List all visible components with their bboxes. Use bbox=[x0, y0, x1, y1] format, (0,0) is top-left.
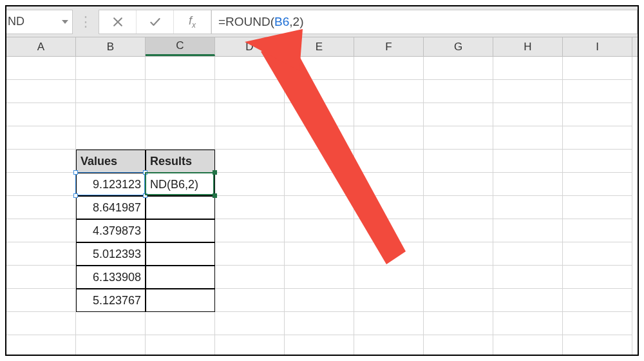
cell-A6[interactable] bbox=[6, 173, 76, 196]
cell-C4[interactable] bbox=[146, 126, 215, 150]
cell-F2[interactable] bbox=[354, 80, 424, 103]
cell-C10[interactable] bbox=[146, 266, 215, 289]
cell-D9[interactable] bbox=[215, 242, 285, 266]
cell-B6[interactable]: 9.123123 bbox=[76, 173, 146, 196]
cell-D10[interactable] bbox=[215, 266, 285, 289]
cell-F10[interactable] bbox=[354, 266, 424, 289]
cell-F12[interactable] bbox=[354, 312, 424, 335]
cell-C11[interactable] bbox=[146, 289, 215, 312]
cell-G3[interactable] bbox=[424, 103, 493, 126]
cell-G11[interactable] bbox=[424, 289, 493, 312]
cell-G2[interactable] bbox=[424, 80, 493, 103]
cell-A8[interactable] bbox=[6, 219, 76, 242]
cell-B1[interactable] bbox=[76, 57, 146, 80]
cell-H5[interactable] bbox=[493, 150, 563, 173]
enter-button[interactable] bbox=[137, 10, 174, 34]
cell-B7[interactable]: 8.641987 bbox=[76, 196, 146, 219]
cell-H2[interactable] bbox=[493, 80, 563, 103]
name-box[interactable]: ND bbox=[5, 10, 73, 34]
cell-G10[interactable] bbox=[424, 266, 493, 289]
col-header-E[interactable]: E bbox=[285, 37, 354, 56]
cell-G13[interactable] bbox=[424, 335, 493, 356]
cell-H10[interactable] bbox=[493, 266, 563, 289]
cell-H3[interactable] bbox=[493, 103, 563, 126]
cell-A10[interactable] bbox=[6, 266, 76, 289]
cell-H6[interactable] bbox=[493, 173, 563, 196]
cell-F4[interactable] bbox=[354, 126, 424, 150]
cell-F7[interactable] bbox=[354, 196, 424, 219]
cell-E9[interactable] bbox=[285, 242, 354, 266]
cell-G9[interactable] bbox=[424, 242, 493, 266]
cell-H12[interactable] bbox=[493, 312, 563, 335]
cell-I8[interactable] bbox=[563, 219, 632, 242]
cell-H9[interactable] bbox=[493, 242, 563, 266]
cell-H11[interactable] bbox=[493, 289, 563, 312]
cell-E13[interactable] bbox=[285, 335, 354, 356]
cell-H4[interactable] bbox=[493, 126, 563, 150]
cell-D13[interactable] bbox=[215, 335, 285, 356]
insert-function-button[interactable]: fx bbox=[174, 10, 211, 34]
cell-D3[interactable] bbox=[215, 103, 285, 126]
cell-A9[interactable] bbox=[6, 242, 76, 266]
col-header-D[interactable]: D bbox=[215, 37, 285, 56]
formula-input[interactable]: =ROUND(B6,2) bbox=[212, 10, 638, 34]
cell-C12[interactable] bbox=[146, 312, 215, 335]
cell-E8[interactable] bbox=[285, 219, 354, 242]
cell-F5[interactable] bbox=[354, 150, 424, 173]
cell-D4[interactable] bbox=[215, 126, 285, 150]
cell-D8[interactable] bbox=[215, 219, 285, 242]
cell-E7[interactable] bbox=[285, 196, 354, 219]
cell-H1[interactable] bbox=[493, 57, 563, 80]
cell-B11[interactable]: 5.123767 bbox=[76, 289, 146, 312]
cell-B4[interactable] bbox=[76, 126, 146, 150]
cell-A11[interactable] bbox=[6, 289, 76, 312]
cell-I10[interactable] bbox=[563, 266, 632, 289]
cell-E4[interactable] bbox=[285, 126, 354, 150]
col-header-H[interactable]: H bbox=[493, 37, 563, 56]
cell-D6[interactable] bbox=[215, 173, 285, 196]
cell-B9[interactable]: 5.012393 bbox=[76, 242, 146, 266]
cell-G8[interactable] bbox=[424, 219, 493, 242]
cell-B8[interactable]: 4.379873 bbox=[76, 219, 146, 242]
cell-I5[interactable] bbox=[563, 150, 632, 173]
col-header-G[interactable]: G bbox=[424, 37, 493, 56]
cell-E6[interactable] bbox=[285, 173, 354, 196]
cell-E3[interactable] bbox=[285, 103, 354, 126]
cell-D5[interactable] bbox=[215, 150, 285, 173]
cell-B3[interactable] bbox=[76, 103, 146, 126]
cell-H13[interactable] bbox=[493, 335, 563, 356]
cell-G12[interactable] bbox=[424, 312, 493, 335]
cell-I12[interactable] bbox=[563, 312, 632, 335]
col-header-C[interactable]: C bbox=[146, 37, 215, 56]
col-header-B[interactable]: B bbox=[76, 37, 146, 56]
cell-C3[interactable] bbox=[146, 103, 215, 126]
cell-E2[interactable] bbox=[285, 80, 354, 103]
cell-D7[interactable] bbox=[215, 196, 285, 219]
cell-E11[interactable] bbox=[285, 289, 354, 312]
cell-H7[interactable] bbox=[493, 196, 563, 219]
cell-F13[interactable] bbox=[354, 335, 424, 356]
cell-F8[interactable] bbox=[354, 219, 424, 242]
cell-F3[interactable] bbox=[354, 103, 424, 126]
cell-G7[interactable] bbox=[424, 196, 493, 219]
cell-C2[interactable] bbox=[146, 80, 215, 103]
cell-B2[interactable] bbox=[76, 80, 146, 103]
cell-I13[interactable] bbox=[563, 335, 632, 356]
cell-B10[interactable]: 6.133908 bbox=[76, 266, 146, 289]
cell-A1[interactable] bbox=[6, 57, 76, 80]
cell-A3[interactable] bbox=[6, 103, 76, 126]
cell-E1[interactable] bbox=[285, 57, 354, 80]
cell-I7[interactable] bbox=[563, 196, 632, 219]
cell-F6[interactable] bbox=[354, 173, 424, 196]
cell-D1[interactable] bbox=[215, 57, 285, 80]
cell-G6[interactable] bbox=[424, 173, 493, 196]
cell-I3[interactable] bbox=[563, 103, 632, 126]
col-header-A[interactable]: A bbox=[6, 37, 76, 56]
cell-G1[interactable] bbox=[424, 57, 493, 80]
col-header-I[interactable]: I bbox=[563, 37, 632, 56]
cell-A7[interactable] bbox=[6, 196, 76, 219]
cell-D12[interactable] bbox=[215, 312, 285, 335]
spreadsheet-grid[interactable]: Values Results 9.123123 ND(B6,2) 8.64198… bbox=[6, 57, 638, 356]
cell-C7[interactable] bbox=[146, 196, 215, 219]
cell-F11[interactable] bbox=[354, 289, 424, 312]
